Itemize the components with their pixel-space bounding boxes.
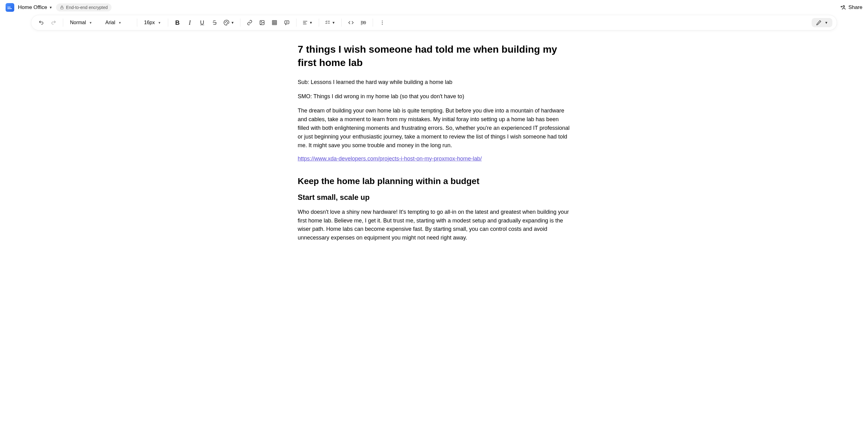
doc-intro-paragraph[interactable]: The dream of building your own home lab …: [298, 107, 570, 150]
checklist-button[interactable]: ▼: [323, 17, 338, 28]
share-label: Share: [848, 4, 862, 10]
share-button[interactable]: Share: [840, 4, 862, 10]
more-button[interactable]: [377, 17, 388, 28]
font-family-value: Arial: [105, 20, 115, 25]
undo-icon: [38, 20, 44, 25]
font-family-select[interactable]: Arial ▼: [102, 17, 133, 28]
doc-title-h1[interactable]: 7 things I wish someone had told me when…: [298, 43, 570, 69]
doc-reference-link[interactable]: https://www.xda-developers.com/projects-…: [298, 155, 482, 162]
font-size-select[interactable]: 16px ▼: [141, 17, 164, 28]
document-body[interactable]: 7 things I wish someone had told me when…: [291, 43, 577, 267]
pencil-icon: [816, 20, 822, 25]
share-icon: [840, 4, 846, 10]
chevron-down-icon: ▼: [309, 21, 313, 25]
word-count-button[interactable]: |99: [358, 17, 369, 28]
svg-point-1: [843, 6, 844, 7]
top-bar-left: Home Office ▼ End-to-end encrypted: [6, 3, 112, 12]
table-icon: [272, 20, 277, 25]
svg-point-21: [382, 21, 382, 21]
code-icon: [348, 20, 354, 25]
svg-point-5: [227, 22, 228, 23]
redo-icon: [51, 20, 56, 25]
svg-point-4: [226, 21, 227, 22]
strikethrough-icon: [212, 20, 217, 25]
checklist-icon: [325, 20, 331, 25]
document-title-text: Home Office: [18, 4, 47, 10]
code-button[interactable]: [345, 17, 356, 28]
toolbar: Normal ▼ Arial ▼ 16px ▼ B I U ▼: [31, 15, 837, 30]
chevron-down-icon: ▼: [158, 21, 161, 25]
link-icon: [247, 20, 252, 25]
comment-button[interactable]: [281, 17, 292, 28]
chevron-down-icon: ▼: [332, 21, 335, 25]
bold-button[interactable]: B: [172, 17, 183, 28]
document-title-dropdown[interactable]: Home Office ▼: [18, 4, 52, 10]
doc-paragraph[interactable]: Who doesn't love a shiny new hardware! I…: [298, 208, 570, 243]
image-icon: [259, 20, 265, 25]
doc-smo-line[interactable]: SMO: Things I did wrong in my home lab (…: [298, 92, 570, 101]
comment-icon: [284, 20, 290, 25]
link-button[interactable]: [244, 17, 255, 28]
more-vertical-icon: [379, 20, 385, 25]
table-button[interactable]: [269, 17, 280, 28]
doc-section-heading[interactable]: Keep the home lab planning within a budg…: [298, 176, 570, 186]
doc-sub-line[interactable]: Sub: Lessons I learned the hard way whil…: [298, 78, 570, 87]
align-button[interactable]: ▼: [300, 17, 315, 28]
chevron-down-icon: ▼: [118, 21, 121, 25]
app-icon[interactable]: [6, 3, 14, 12]
strikethrough-button[interactable]: [209, 17, 220, 28]
image-button[interactable]: [256, 17, 268, 28]
paragraph-style-select[interactable]: Normal ▼: [67, 17, 101, 28]
italic-button[interactable]: I: [184, 17, 195, 28]
top-bar: Home Office ▼ End-to-end encrypted Share: [0, 0, 868, 15]
font-size-value: 16px: [144, 20, 155, 25]
svg-rect-8: [272, 21, 277, 25]
encryption-label: End-to-end encrypted: [66, 5, 108, 10]
chevron-down-icon: ▼: [89, 21, 92, 25]
paragraph-style-value: Normal: [70, 20, 86, 25]
svg-point-7: [261, 21, 261, 22]
redo-button[interactable]: [48, 17, 59, 28]
svg-point-22: [382, 22, 382, 23]
underline-button[interactable]: U: [197, 17, 208, 28]
edit-mode-button[interactable]: ▼: [812, 18, 832, 27]
text-color-button[interactable]: ▼: [221, 17, 236, 28]
chevron-down-icon: ▼: [49, 6, 52, 9]
chevron-down-icon: ▼: [825, 21, 828, 25]
encryption-badge[interactable]: End-to-end encrypted: [56, 3, 112, 11]
palette-icon: [223, 20, 229, 26]
svg-rect-0: [61, 7, 63, 9]
undo-button[interactable]: [36, 17, 47, 28]
svg-point-3: [225, 22, 226, 23]
doc-subsection-heading[interactable]: Start small, scale up: [298, 193, 570, 202]
svg-point-23: [382, 24, 382, 25]
align-left-icon: [302, 20, 308, 25]
chevron-down-icon: ▼: [231, 21, 234, 25]
lock-icon: [60, 5, 64, 9]
